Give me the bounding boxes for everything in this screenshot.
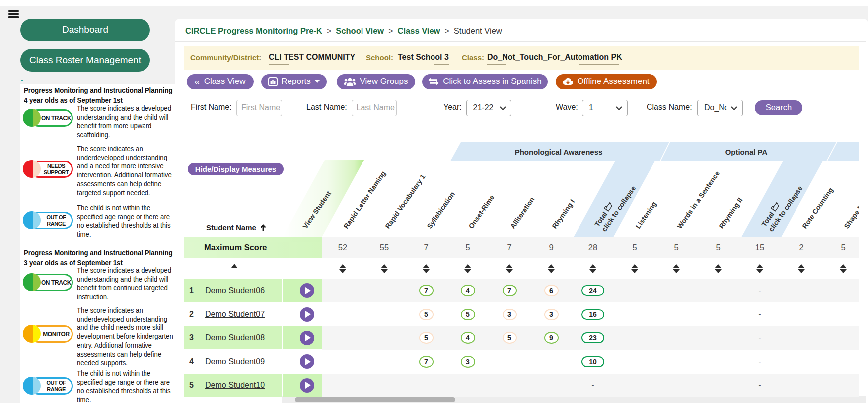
svg-text:Syllabication: Syllabication	[425, 190, 456, 230]
svg-text:Optional PA: Optional PA	[725, 148, 768, 156]
svg-text:Phonological Awareness: Phonological Awareness	[515, 148, 603, 156]
svg-text:Rapid Vocabulary 1: Rapid Vocabulary 1	[383, 173, 427, 230]
svg-text:Shape Naming: Shape Naming	[842, 186, 859, 230]
svg-text:Rhyming II: Rhyming II	[717, 196, 744, 230]
svg-text:Onset-Rime: Onset-Rime	[467, 193, 496, 230]
svg-text:Rhyming I: Rhyming I	[550, 198, 576, 230]
svg-text:Alliteration: Alliteration	[508, 196, 536, 230]
svg-text:Rote Counting: Rote Counting	[800, 186, 834, 230]
svg-text:Words in a Sentence: Words in a Sentence	[675, 169, 721, 230]
svg-text:Listening: Listening	[634, 200, 658, 230]
